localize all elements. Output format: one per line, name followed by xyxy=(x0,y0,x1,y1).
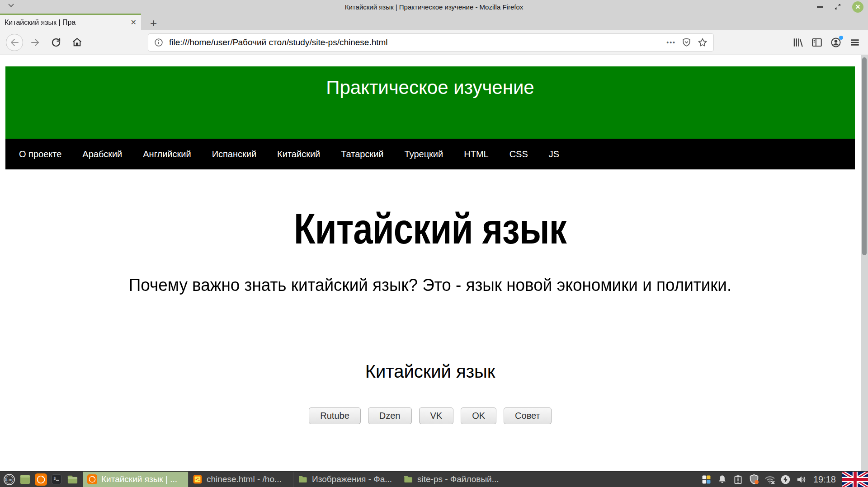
window-titlebar: Китайский язык | Практическое изучение -… xyxy=(0,0,868,14)
page-subtitle: Китайский язык xyxy=(5,362,855,380)
restore-icon[interactable] xyxy=(834,3,841,10)
wifi-disconnected-icon[interactable] xyxy=(764,473,776,485)
notifications-bell-icon[interactable] xyxy=(717,473,728,485)
firewall-shield-icon[interactable] xyxy=(748,473,760,485)
taskbar: Lm $ Китайский язык | ... xyxy=(0,471,868,487)
ok-button[interactable]: OK xyxy=(461,407,496,424)
panel-chevron-icon[interactable] xyxy=(8,4,14,7)
desktop-icon xyxy=(19,473,31,486)
workspaces-grid-icon[interactable] xyxy=(701,473,712,485)
nav-link-tatar[interactable]: Татарский xyxy=(341,149,383,159)
window-controls: ✕ xyxy=(817,0,863,14)
dzen-button[interactable]: Dzen xyxy=(368,407,412,424)
svg-text:Lm: Lm xyxy=(6,477,12,482)
tab-label: Китайский язык | Пра xyxy=(5,19,130,27)
text-editor-icon xyxy=(193,474,203,484)
forward-icon xyxy=(30,37,41,48)
firefox-launcher[interactable] xyxy=(34,473,47,486)
taskbar-window-images[interactable]: Изображения - Фа... xyxy=(293,472,399,487)
window-title: Китайский язык | Практическое изучение -… xyxy=(345,3,524,11)
close-icon[interactable]: ✕ xyxy=(852,1,863,13)
clipboard-alert-icon[interactable] xyxy=(732,473,744,485)
site-header: Практическое изучение xyxy=(5,66,855,139)
tab-close-icon[interactable]: ✕ xyxy=(131,18,137,27)
page-title: Китайский язык xyxy=(82,207,778,250)
account-icon[interactable] xyxy=(830,37,842,48)
nav-link-turkish[interactable]: Турецкий xyxy=(405,149,443,159)
site-info-icon[interactable] xyxy=(154,37,164,47)
folder-icon xyxy=(66,473,79,486)
browser-toolbar: file:///home/user/Рабочий стол/study/sit… xyxy=(0,30,868,55)
url-bar[interactable]: file:///home/user/Рабочий стол/study/sit… xyxy=(148,34,713,51)
back-button[interactable] xyxy=(5,33,24,52)
taskbar-window-label: site-ps - Файловый... xyxy=(417,474,499,484)
scrollbar-thumb[interactable] xyxy=(862,57,867,255)
site-content: Практическое изучение О проекте Арабский… xyxy=(5,66,855,424)
nav-link-about[interactable]: О проекте xyxy=(19,149,61,159)
tab-bar: Китайский язык | Пра ✕ + xyxy=(0,14,868,30)
home-icon xyxy=(71,37,83,48)
site-nav: О проекте Арабский Английский Испанский … xyxy=(5,139,855,169)
volume-icon[interactable] xyxy=(796,473,807,485)
terminal-launcher[interactable]: $ xyxy=(50,473,63,486)
reload-icon xyxy=(51,37,61,48)
taskbar-window-label: chinese.html - /ho... xyxy=(207,474,282,484)
scrollbar[interactable] xyxy=(861,55,868,471)
show-desktop-button[interactable] xyxy=(19,473,31,486)
taskbar-window-label: Китайский язык | ... xyxy=(101,474,177,484)
nav-link-english[interactable]: Английский xyxy=(143,149,191,159)
screen: Китайский язык | Практическое изучение -… xyxy=(0,0,868,487)
minimize-icon[interactable] xyxy=(817,6,823,8)
nav-link-css[interactable]: CSS xyxy=(509,149,528,159)
svg-text:$: $ xyxy=(54,477,56,481)
files-launcher[interactable] xyxy=(66,473,79,486)
taskbar-launchers: Lm $ xyxy=(0,472,83,487)
terminal-icon: $ xyxy=(51,473,62,485)
page-actions-icon[interactable]: ••• xyxy=(666,39,676,46)
account-notification-dot xyxy=(839,36,843,40)
share-button-row: Rutube Dzen VK OK Совет xyxy=(5,407,855,424)
tab-chinese[interactable]: Китайский язык | Пра ✕ xyxy=(0,14,141,30)
nav-link-js[interactable]: JS xyxy=(549,149,559,159)
mint-logo-icon: Lm xyxy=(3,473,15,486)
url-text[interactable]: file:///home/user/Рабочий стол/study/sit… xyxy=(169,37,661,47)
new-tab-button[interactable]: + xyxy=(150,16,157,30)
bookmark-star-icon[interactable] xyxy=(697,37,708,48)
folder-icon xyxy=(298,474,308,484)
site-header-title: Практическое изучение xyxy=(5,66,855,98)
taskbar-window-editor[interactable]: chinese.html - /ho... xyxy=(188,472,293,487)
page-viewport: Практическое изучение О проекте Арабский… xyxy=(0,55,868,471)
reload-button[interactable] xyxy=(47,33,65,52)
system-tray: 19:18 xyxy=(701,472,868,487)
taskbar-window-label: Изображения - Фа... xyxy=(312,474,392,484)
clock[interactable]: 19:18 xyxy=(813,474,836,485)
firefox-icon xyxy=(87,474,97,484)
pocket-shield-icon[interactable] xyxy=(681,37,692,47)
nav-link-html[interactable]: HTML xyxy=(464,149,488,159)
mint-menu-button[interactable]: Lm xyxy=(3,473,15,486)
sovet-button[interactable]: Совет xyxy=(504,407,552,424)
sidebar-icon[interactable] xyxy=(811,37,823,48)
nav-link-arabic[interactable]: Арабский xyxy=(82,149,122,159)
firefox-icon xyxy=(35,473,47,486)
home-button[interactable] xyxy=(68,33,86,52)
nav-link-spanish[interactable]: Испанский xyxy=(212,149,256,159)
rutube-button[interactable]: Rutube xyxy=(309,407,361,424)
vk-button[interactable]: VK xyxy=(419,407,454,424)
keyboard-layout-flag-icon[interactable] xyxy=(842,472,868,487)
page-lead-paragraph: Почему важно знать китайский язык? Это -… xyxy=(18,276,842,295)
folder-icon xyxy=(403,474,413,484)
taskbar-window-firefox[interactable]: Китайский язык | ... xyxy=(83,472,188,487)
back-icon xyxy=(6,34,23,51)
hamburger-menu-icon[interactable] xyxy=(849,37,861,48)
forward-button[interactable] xyxy=(26,33,44,52)
power-manager-icon[interactable] xyxy=(780,473,792,485)
library-icon[interactable] xyxy=(792,37,804,48)
toolbar-right-icons xyxy=(792,37,863,48)
nav-link-chinese[interactable]: Китайский xyxy=(277,149,320,159)
taskbar-window-siteps[interactable]: site-ps - Файловый... xyxy=(399,472,504,487)
